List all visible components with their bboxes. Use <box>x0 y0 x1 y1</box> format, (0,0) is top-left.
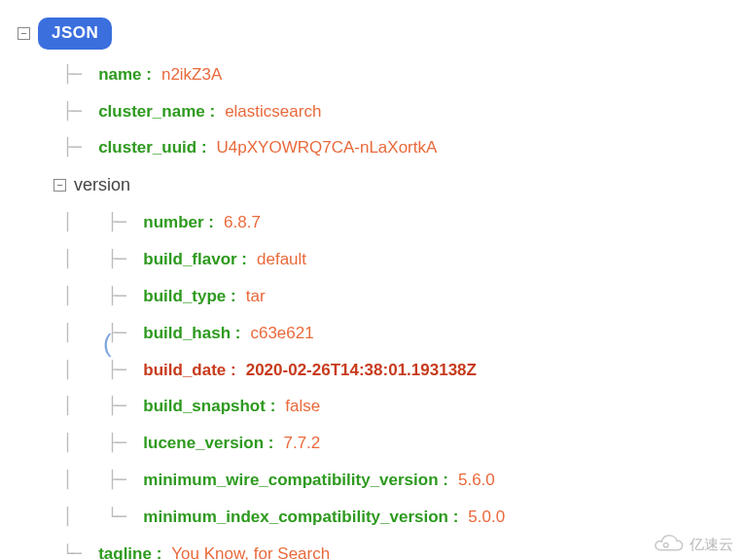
value-text: 2020-02-26T14:38:01.193138Z <box>246 359 477 382</box>
watermark-text: 亿速云 <box>690 536 733 554</box>
value-text: 5.0.0 <box>468 506 505 529</box>
value-text: 6.8.7 <box>224 211 261 234</box>
watermark: 亿速云 <box>651 535 733 554</box>
field-version: − version <box>18 173 739 197</box>
field-name: ├─ name : n2ikZ3A <box>18 63 739 87</box>
object-key: version <box>74 173 130 197</box>
value-text: elasticsearch <box>225 100 321 123</box>
field-cluster-uuid: ├─ cluster_uuid : U4pXYOWRQ7CA-nLaXortkA <box>18 136 739 159</box>
field-build-hash: │ ├─ build_hash : c63e621 <box>18 322 739 345</box>
field-build-flavor: │ ├─ build_flavor : default <box>18 248 739 271</box>
field-lucene-version: │ ├─ lucene_version : 7.7.2 <box>18 432 739 455</box>
key-label: cluster_name : <box>98 100 215 123</box>
field-build-date: │ ├─ build_date : 2020-02-26T14:38:01.19… <box>18 359 739 382</box>
field-min-index: │ └─ minimum_index_compatibility_version… <box>18 506 739 529</box>
key-label: build_flavor : <box>143 248 247 271</box>
cloud-icon <box>651 535 684 554</box>
tree-connector: └─ <box>18 542 98 560</box>
key-label: build_date : <box>143 359 235 382</box>
tree-connector: ├─ <box>18 100 98 123</box>
tree-connector: │ └─ <box>18 506 143 529</box>
key-label: number : <box>143 211 214 234</box>
key-label: build_hash : <box>143 322 240 345</box>
value-text: 5.6.0 <box>458 469 495 492</box>
value-text: U4pXYOWRQ7CA-nLaXortkA <box>217 136 438 159</box>
key-label: lucene_version : <box>143 432 273 455</box>
value-text: c63e621 <box>250 322 313 345</box>
value-text: n2ikZ3A <box>161 63 222 87</box>
root-row: − JSON <box>18 18 739 50</box>
value-text: 7.7.2 <box>283 432 320 455</box>
field-build-snapshot: │ ├─ build_snapshot : false <box>18 395 739 418</box>
tree-connector: │ ├─ <box>18 359 143 382</box>
key-label: minimum_index_compatibility_version : <box>143 506 458 529</box>
field-tagline: └─ tagline : You Know, for Search <box>18 542 739 560</box>
tree-connector <box>18 174 53 197</box>
json-tree: − JSON ├─ name : n2ikZ3A ├─ cluster_name… <box>0 0 747 560</box>
key-label: cluster_uuid : <box>98 136 206 159</box>
tree-connector: │ ├─ <box>18 211 143 234</box>
key-label: minimum_wire_compatibility_version : <box>143 469 448 492</box>
value-text: You Know, for Search <box>171 542 330 560</box>
tree-connector: │ ├─ <box>18 432 143 455</box>
tree-connector: │ ├─ <box>18 322 143 345</box>
key-label: build_snapshot : <box>143 395 275 418</box>
json-badge: JSON <box>38 18 112 50</box>
field-min-wire: │ ├─ minimum_wire_compatibility_version … <box>18 469 739 492</box>
key-label: build_type : <box>143 285 235 308</box>
collapse-icon[interactable]: − <box>18 27 30 40</box>
value-text: false <box>285 395 320 418</box>
key-label: name : <box>98 63 152 87</box>
tree-connector: │ ├─ <box>18 248 143 271</box>
svg-point-0 <box>663 542 668 547</box>
key-label: tagline : <box>98 542 161 560</box>
collapse-icon[interactable]: − <box>53 179 66 192</box>
tree-connector: ├─ <box>18 136 98 159</box>
field-cluster-name: ├─ cluster_name : elasticsearch <box>18 100 739 123</box>
field-number: │ ├─ number : 6.8.7 <box>18 211 739 234</box>
value-text: tar <box>246 285 266 308</box>
tree-connector: │ ├─ <box>18 285 143 308</box>
tree-connector: │ ├─ <box>18 395 143 418</box>
highlight-brace-icon: ( <box>103 329 112 359</box>
tree-connector: ├─ <box>18 63 98 87</box>
tree-connector: │ ├─ <box>18 469 143 492</box>
value-text: default <box>257 248 306 271</box>
field-build-type: │ ├─ build_type : tar <box>18 285 739 308</box>
